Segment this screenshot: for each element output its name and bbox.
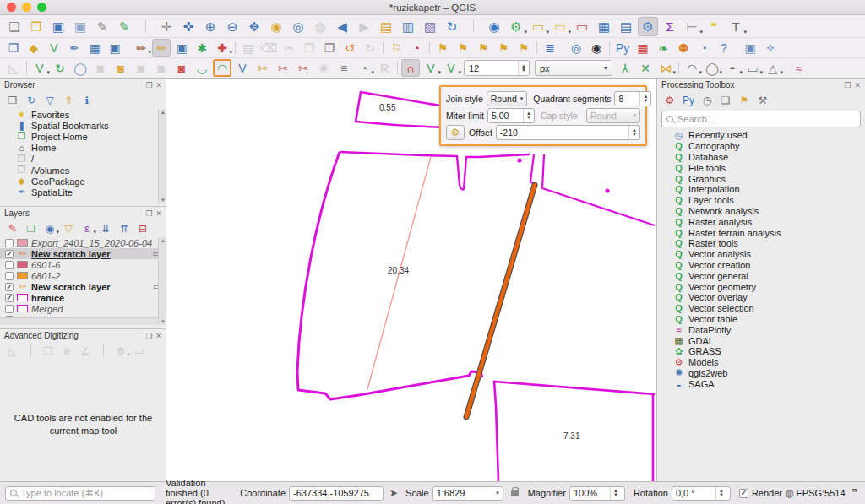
merge-attributes-button[interactable]: ✂ — [294, 59, 313, 77]
enable-snapping-button[interactable]: ∩ — [401, 59, 420, 77]
render-checkbox[interactable] — [739, 489, 748, 498]
metasearch-button[interactable]: ◎ — [567, 39, 585, 57]
browser-collapse-all-button[interactable]: ⇑ — [60, 92, 77, 108]
processing-group-vector-analysis[interactable]: Q Vector analysis — [657, 249, 865, 260]
mouse-position-icon[interactable]: ➤ — [389, 487, 398, 499]
draw-rectangle-button[interactable]: ▭ — [743, 59, 762, 77]
cad-construction-button[interactable]: ❐ — [40, 343, 57, 359]
redo-button[interactable]: ↻ — [361, 39, 379, 57]
zoom-native-button[interactable]: ◍ — [310, 17, 330, 36]
layer-diagram-button[interactable]: ◔ — [407, 39, 426, 57]
snapping-units-combobox[interactable]: px — [535, 60, 612, 76]
new-virtual-layer-button[interactable]: ▣ — [106, 39, 124, 57]
processing-group-grass[interactable]: ✿ GRASS — [657, 346, 865, 357]
add-polygon-feature-button[interactable]: ✱ — [193, 39, 211, 57]
measure-line-button[interactable]: ⊢ — [682, 17, 702, 36]
help-contents-button[interactable]: ? — [715, 39, 733, 57]
processing-group-raster-tools[interactable]: Q Raster tools — [657, 238, 865, 249]
show-statistics-button[interactable]: Σ — [660, 17, 680, 36]
topological-editing-button[interactable]: ⅄ — [616, 59, 634, 77]
browser-item-home[interactable]: ⌂ Home — [0, 143, 166, 154]
miter-limit-spinbox[interactable]: 5,00 ▲▼ — [487, 108, 535, 123]
scale-combobox[interactable]: 1:6829 ▾ — [432, 486, 503, 501]
offset-settings-button[interactable]: ⚙ — [446, 125, 465, 140]
save-project-as-button[interactable]: ▣ — [70, 17, 90, 36]
paste-features-button[interactable]: ❐ — [320, 39, 339, 57]
processing-group-graphics[interactable]: Q Graphics — [657, 173, 865, 184]
processing-group-vector-selection[interactable]: Q Vector selection — [657, 303, 865, 314]
cad-parallel-button[interactable]: ≷ — [58, 343, 75, 359]
open-attribute-table-button[interactable]: ▦ — [594, 17, 614, 36]
camera-plugin-button[interactable]: ▣ — [741, 39, 759, 57]
float-panel-icon[interactable]: ❐ — [844, 81, 851, 89]
layer-visibility-checkbox[interactable] — [5, 261, 14, 269]
processing-group-vector-overlay[interactable]: Q Vector overlay — [657, 292, 865, 303]
coordinate-value[interactable]: -637334,-1059275 — [289, 486, 384, 501]
close-panel-icon[interactable]: ✕ — [155, 209, 162, 218]
run-feature-action-button[interactable]: ⚙ — [506, 17, 526, 36]
show-bookmarks-button[interactable]: ▥ — [398, 17, 418, 36]
layer-visibility-checkbox[interactable] — [5, 239, 14, 247]
layers-hscrollbar[interactable] — [0, 317, 158, 325]
rotate-point-symbols-button[interactable]: ❀ — [314, 59, 333, 77]
processing-models-button[interactable]: ⚙ — [661, 92, 678, 108]
pan-to-selection-button[interactable]: ✜ — [178, 17, 199, 36]
spin-arrows-icon[interactable]: ▲▼ — [639, 92, 650, 106]
map-canvas[interactable]: 0.5520.347.31 Join style Round Quadrant … — [166, 79, 656, 481]
draw-circle-button[interactable]: ◯ — [703, 59, 721, 77]
zoom-to-selection-button[interactable]: ◉ — [266, 17, 286, 36]
processing-group-raster-analysis[interactable]: Q Raster analysis — [657, 216, 865, 227]
browser-item-geopackage[interactable]: ◆ GeoPackage — [0, 176, 166, 187]
processing-group-models[interactable]: ⚙ Models — [657, 357, 865, 368]
processing-group-layer-tools[interactable]: Q Layer tools — [657, 195, 865, 206]
filter-legend-button[interactable]: ▽ — [60, 220, 77, 236]
merge-features-button[interactable]: ✂ — [274, 59, 292, 77]
rotate-feature-button[interactable]: ↻ — [51, 59, 69, 77]
browser-item-root[interactable]: ❒ / — [0, 154, 166, 165]
join-style-combobox[interactable]: Round — [487, 91, 527, 106]
leaflet-plugin-button[interactable]: ❧ — [654, 39, 672, 57]
browser-scrollbar[interactable] — [158, 109, 166, 203]
layer-visibility-checkbox[interactable] — [5, 283, 14, 291]
processing-group-cartography[interactable]: Q Cartography — [657, 141, 865, 152]
db-manager-button[interactable]: ≣ — [541, 39, 559, 57]
processing-edit-features-button[interactable]: ⚑ — [736, 92, 753, 108]
add-group-button[interactable]: ❒ — [23, 220, 40, 236]
add-part-button[interactable]: ◙ — [112, 59, 130, 77]
processing-group-network-analysis[interactable]: Q Network analysis — [657, 206, 865, 217]
magnifier-spinbox[interactable]: 100% ▲▼ — [569, 486, 625, 501]
close-panel-icon[interactable]: ✕ — [155, 81, 162, 89]
change-label-button[interactable]: ⚑ — [514, 39, 533, 57]
style-manager-button[interactable]: ✎ — [114, 17, 134, 36]
data-source-manager-button[interactable]: ❐ — [4, 39, 23, 57]
layer-styling-button[interactable]: ✎ — [4, 220, 21, 236]
browser-properties-button[interactable]: ℹ — [79, 92, 95, 108]
layer-visibility-checkbox[interactable] — [5, 250, 14, 258]
fill-ring-button[interactable]: ◙ — [132, 59, 150, 77]
current-edits-button[interactable]: ✏ — [132, 39, 150, 57]
spin-arrows-icon[interactable]: ▲▼ — [523, 109, 534, 122]
layer-labeling-button[interactable]: ⚐ — [387, 39, 405, 57]
spin-arrows-icon[interactable]: ▲▼ — [628, 126, 639, 139]
delete-selected-button[interactable]: ⌫ — [259, 39, 278, 57]
spin-arrows-icon[interactable]: ▲▼ — [610, 487, 621, 500]
processing-group-qgis2web[interactable]: ✺ qgis2web — [657, 368, 865, 379]
avoid-intersections-button[interactable]: ✕ — [636, 59, 655, 77]
crs-button[interactable]: EPSG:5514 — [796, 488, 845, 498]
browser-item-spatial-bookmarks[interactable]: ❚ Spatial Bookmarks — [0, 120, 166, 131]
vertex-tool-button[interactable]: ✚ — [213, 39, 231, 57]
layer-visibility-checkbox[interactable] — [5, 294, 14, 302]
tracing-button[interactable]: ⋈ — [656, 59, 675, 77]
save-layer-edits-button[interactable]: ▣ — [172, 39, 191, 57]
zoom-next-button[interactable]: ▶ — [354, 17, 374, 36]
close-panel-icon[interactable]: ✕ — [155, 332, 162, 340]
copy-features-button[interactable]: ❐ — [300, 39, 318, 57]
offset-input[interactable]: -210 ▲▼ — [496, 125, 640, 140]
rotate-label-button[interactable]: ⚑ — [494, 39, 513, 57]
processing-group-raster-terrain[interactable]: Q Raster terrain analysis — [657, 227, 865, 238]
processing-history-button[interactable]: ◷ — [699, 92, 715, 108]
new-memory-layer-button[interactable]: ▦ — [85, 39, 104, 57]
browser-filter-button[interactable]: ▽ — [41, 92, 58, 108]
web-browser-button[interactable]: ◉ — [587, 39, 606, 57]
digitize-curve-button[interactable]: ◠ — [683, 59, 701, 77]
